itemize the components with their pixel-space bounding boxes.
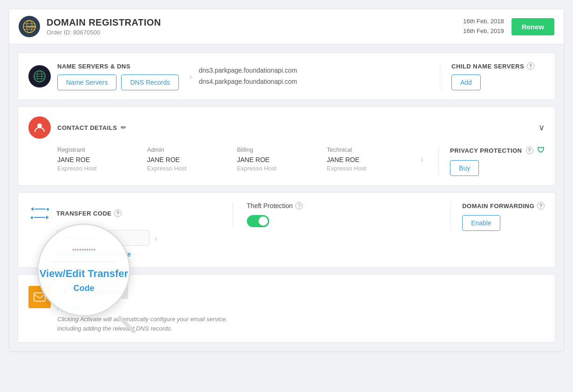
child-nameservers-section: CHILD NAME SERVERS ? Add xyxy=(451,62,545,90)
add-child-ns-button[interactable]: Add xyxy=(451,74,481,90)
magnifier-overlay: ********** View/Edit Transfer Code xyxy=(37,223,130,317)
header-dates: 16th Feb, 2018 16th Feb, 2019 xyxy=(463,17,504,36)
contact-arrow-icon: › xyxy=(420,146,423,172)
shield-icon: 🛡 xyxy=(537,146,545,155)
activate-description: Clicking Activate will automatically con… xyxy=(57,315,234,333)
privacy-help-icon[interactable]: ? xyxy=(526,147,533,154)
theft-protection-section: Theft Protection ? xyxy=(232,202,451,227)
svg-text:WWW: WWW xyxy=(27,25,36,28)
svg-rect-12 xyxy=(34,293,45,301)
activate-link[interactable]: Activate xyxy=(57,304,545,311)
contact-divider xyxy=(438,146,439,176)
theft-title: Theft Protection xyxy=(247,202,293,210)
transfer-icon xyxy=(28,202,51,224)
page-header: WWW DOMAIN REGISTRATION Order ID: 806705… xyxy=(9,9,564,44)
contact-technical: Technical JANE ROE Expresso Host xyxy=(327,146,417,172)
contact-icon xyxy=(28,116,51,139)
name-servers-button[interactable]: Name Servers xyxy=(57,74,116,90)
privacy-protection-section: PRIVACY PROTECTION ? 🛡 Buy xyxy=(450,146,545,176)
contact-details-card: CONTACT DETAILS ✏ ∨ Registrant JANE ROE … xyxy=(18,107,555,186)
order-id: Order ID: 80670500 xyxy=(47,29,161,36)
child-ns-title: CHILD NAME SERVERS xyxy=(451,63,524,70)
ns-divider xyxy=(440,62,440,90)
page-title: DOMAIN REGISTRATION xyxy=(47,17,161,28)
domain-forwarding-section: DOMAIN FORWARDING ? Enable xyxy=(450,202,545,231)
ns-arrow-icon: › xyxy=(189,71,192,82)
dns-records-button[interactable]: DNS Records xyxy=(121,74,179,90)
nameservers-icon xyxy=(28,65,51,88)
enable-forwarding-button[interactable]: Enable xyxy=(462,215,500,231)
theft-help-icon[interactable]: ? xyxy=(295,202,303,210)
magnifier-transfer-link[interactable]: View/Edit Transfer xyxy=(40,268,128,280)
domain-fwd-help-icon[interactable]: ? xyxy=(537,202,545,210)
domain-icon: WWW xyxy=(19,16,40,37)
ns-section-title: NAME SERVERS & DNS xyxy=(57,63,185,70)
contact-billing: Billing JANE ROE Expresso Host xyxy=(237,146,327,172)
transfer-code-arrow-icon: › xyxy=(154,233,157,243)
theft-toggle[interactable] xyxy=(247,215,269,227)
domain-fwd-title: DOMAIN FORWARDING xyxy=(462,203,534,210)
contact-chevron-icon[interactable]: ∨ xyxy=(539,122,545,133)
privacy-title: PRIVACY PROTECTION xyxy=(450,147,522,154)
nameservers-card: NAME SERVERS & DNS Name Servers DNS Reco… xyxy=(18,53,555,100)
transfer-title: TRANSFER CODE ? xyxy=(56,210,122,217)
contact-edit-icon[interactable]: ✏ xyxy=(121,124,127,131)
buy-privacy-button[interactable]: Buy xyxy=(450,160,479,176)
transfer-help-icon[interactable]: ? xyxy=(114,210,122,217)
renew-button[interactable]: Renew xyxy=(512,18,554,35)
child-ns-help-icon[interactable]: ? xyxy=(527,62,534,70)
contact-admin: Admin JANE ROE Expresso Host xyxy=(147,146,237,172)
contact-section-title: CONTACT DETAILS ✏ xyxy=(57,124,127,131)
dns-list: dns3.parkpage.foundationapi.com dns4.par… xyxy=(199,65,429,88)
contact-registrant: Registrant JANE ROE Expresso Host xyxy=(57,146,147,172)
